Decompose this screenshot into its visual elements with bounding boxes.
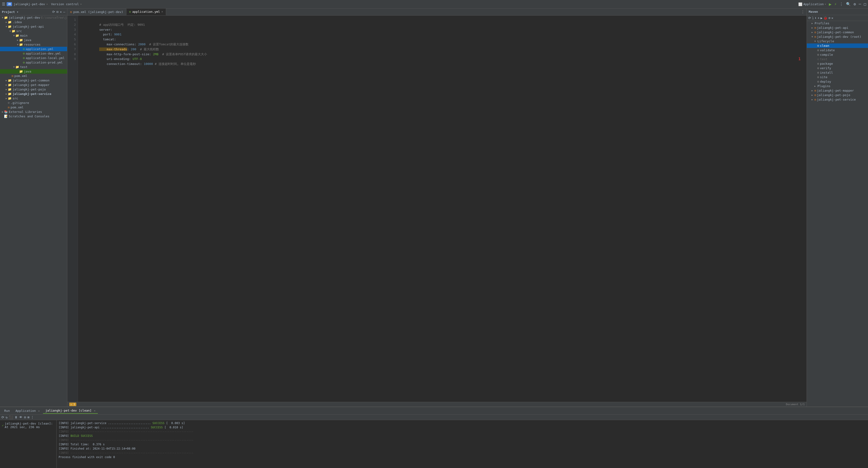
maven-add-icon[interactable]: + xyxy=(817,16,819,20)
maven-deploy[interactable]: ⚙ deploy xyxy=(807,79,868,84)
editor-status: ⚠ 1 Document 1/1 xyxy=(67,402,807,407)
bottom-tab-run[interactable]: Run xyxy=(2,408,12,413)
maven-site[interactable]: ⚙ site xyxy=(807,75,868,79)
tree-item-resources[interactable]: ▼ 📁 resources xyxy=(0,42,67,47)
code-line-5: max-connections: 2000 # 设置Tomcat的最大连接数 xyxy=(81,37,804,42)
tree-label-scratches: Scratches and Consoles xyxy=(9,114,50,118)
code-area[interactable]: # app访问端口号 约定: 9091 server: port: 9001 t… xyxy=(78,15,807,402)
tree-item-src2[interactable]: ▶ 📁 src xyxy=(0,96,67,101)
run-item-build[interactable]: ✓ jaliangkj-pet-dev [clean]: At 2021 sec… xyxy=(0,421,57,430)
more-options-icon[interactable]: ⋮ xyxy=(839,2,843,6)
tree-label-gitignore: .gitignore xyxy=(11,101,29,105)
maven-validate[interactable]: ⚙ validate xyxy=(807,48,868,53)
tree-item-ext-libs[interactable]: ▶ 📚 External Libraries xyxy=(0,109,67,114)
settings-icon[interactable]: ⚙ xyxy=(854,2,856,6)
tree-item-pom-root[interactable]: ▶ m pom.xml xyxy=(0,105,67,109)
tree-label-pom-api: pom.xml xyxy=(14,74,27,78)
sidebar: Project ▾ ⟳ ⊟ ✕ — ▼ 📁 jaliangkj-pet-dev … xyxy=(0,8,67,407)
tree-item-java-main[interactable]: ▶ 📁 java xyxy=(0,38,67,42)
maven-install[interactable]: ⚙ install xyxy=(807,70,868,75)
resume-icon[interactable]: ↻ xyxy=(6,415,7,419)
minimize-icon[interactable]: ─ xyxy=(859,2,861,6)
tree-item-mapper[interactable]: ▶ 📁 jaliangkj-pet-mapper xyxy=(0,82,67,87)
run-config-dropdown-icon[interactable]: ▾ xyxy=(825,3,826,5)
eye-icon[interactable]: 👁 xyxy=(19,415,23,419)
maven-skip-icon[interactable]: ⊘ xyxy=(828,16,830,20)
tree-item-app-local-yml[interactable]: ▶ ⚙ application-local.yml xyxy=(0,56,67,60)
maven-item-mapper[interactable]: ▶ m jaliangkj-pet-mapper xyxy=(807,88,868,93)
run-config[interactable]: ⬜ Application ▾ xyxy=(798,2,826,6)
bottom-tab-app[interactable]: Application ✕ xyxy=(13,408,42,413)
tab-application[interactable]: ⚙ application.yml ✕ xyxy=(126,8,166,15)
more-icon[interactable]: ⋮ xyxy=(31,415,34,419)
tree-item-src[interactable]: ▼ 📁 src xyxy=(0,29,67,33)
version-control-label[interactable]: Version control xyxy=(51,2,79,6)
console-output[interactable]: [INFO] jaliangkj-pet-service ...........… xyxy=(57,420,868,468)
maven-plugins[interactable]: ▶ Plugins xyxy=(807,84,868,88)
fold-icon[interactable]: ⊟ xyxy=(24,415,26,419)
maven-item-common[interactable]: ▶ m jaliangkj-pet-common xyxy=(807,30,868,34)
maven-profiles[interactable]: ▶ Profiles xyxy=(807,21,868,26)
tree-item-root[interactable]: ▼ 📁 jaliangkj-pet-dev E:\sourceTree\jali… xyxy=(0,15,67,20)
project-name[interactable]: jaliangkj-pet-dev xyxy=(13,2,45,6)
play-button[interactable]: ▶ xyxy=(829,2,832,7)
tree-item-api[interactable]: ▼ 📁 jaliangkj-pet-api xyxy=(0,24,67,29)
maven-item-api[interactable]: ▶ m jaliangkj-pet-api xyxy=(807,26,868,30)
maven-test[interactable]: ⚙ test xyxy=(807,57,868,61)
maven-refresh-icon[interactable]: ⟳ xyxy=(808,16,811,20)
maven-mapper-icon: m xyxy=(814,89,816,92)
settings-sidebar-icon[interactable]: — xyxy=(63,10,65,14)
tab-pom[interactable]: m pom.xml (jaliangkj-pet-dev) xyxy=(67,9,126,15)
maven-verify[interactable]: ⚙ verify xyxy=(807,66,868,70)
tree-item-main[interactable]: ▼ 📁 main xyxy=(0,33,67,38)
stop-icon[interactable]: ⬛ xyxy=(9,415,13,419)
maven-service-label: jaliangkj-pet-service xyxy=(817,98,856,101)
maven-run-icon[interactable]: ▶ xyxy=(820,16,823,20)
maven-item-pojo[interactable]: ▶ m jaliangkj-pet-pojo xyxy=(807,93,868,97)
fold2-icon[interactable]: ⊞ xyxy=(27,415,29,419)
version-control-dropdown-icon[interactable]: ▾ xyxy=(80,3,82,5)
tree-item-scratches[interactable]: ▶ 📝 Scratches and Consoles xyxy=(0,114,67,119)
restart-icon[interactable]: ⟳ xyxy=(1,415,4,419)
tree-item-gitignore[interactable]: ▶ ⊘ .gitignore xyxy=(0,101,67,105)
search-icon[interactable]: 🔍 xyxy=(846,2,851,6)
tree-item-idea[interactable]: ▶ 📁 .idea xyxy=(0,20,67,24)
code-line-6: max-threads: 200 # 最大线程数 xyxy=(81,42,804,47)
maven-package[interactable]: ⚙ package xyxy=(807,61,868,66)
sync-icon[interactable]: ⟳ xyxy=(52,10,55,14)
maven-debug-icon[interactable]: 🐞 xyxy=(823,16,827,20)
tree-label-src: src xyxy=(16,29,22,33)
collapse-icon[interactable]: ⊟ xyxy=(57,10,58,14)
maven-download-icon[interactable]: ⬇ xyxy=(815,16,816,20)
tree-item-app-dev-yml[interactable]: ▶ ⚙ application-dev.yml xyxy=(0,51,67,56)
maven-lifecycle[interactable]: ▼ Lifecycle xyxy=(807,39,868,43)
tab-more-icon[interactable]: ⋮ xyxy=(799,10,807,14)
tree-item-app-yml[interactable]: ▶ ⚙ application.yml xyxy=(0,47,67,51)
tree-item-pom-api[interactable]: ▶ m pom.xml xyxy=(0,74,67,78)
maven-compile[interactable]: ⚙ compile xyxy=(807,53,868,57)
bottom-tab-app-close-icon[interactable]: ✕ xyxy=(38,409,40,412)
maven-api-label: jaliangkj-pet-api xyxy=(817,26,848,30)
maven-remove-icon[interactable]: ✕ xyxy=(831,16,833,20)
maximize-icon[interactable]: □ xyxy=(864,2,866,6)
pause-icon[interactable]: ⏸ xyxy=(14,415,18,419)
tree-item-common[interactable]: ▶ 📁 jaliangkj-pet-common xyxy=(0,78,67,82)
maven-clean[interactable]: ⚙ clean xyxy=(807,43,868,48)
build-icon[interactable]: ⚡ xyxy=(834,2,837,6)
close-sidebar-icon[interactable]: ✕ xyxy=(60,10,62,14)
tab-app-close-icon[interactable]: ✕ xyxy=(161,10,163,13)
maven-item-service[interactable]: ▶ m jaliangkj-pet-service xyxy=(807,97,868,102)
tree-item-app-prod-yml[interactable]: ▶ ⚙ application-prod.yml xyxy=(0,60,67,65)
bottom-tab-build-close-icon[interactable]: ✕ xyxy=(94,409,96,412)
menu-icon[interactable]: ☰ xyxy=(2,2,5,6)
tree-item-service[interactable]: ▶ 📁 jaliangkj-pet-service xyxy=(0,92,67,96)
tree-item-test[interactable]: ▼ 📁 test xyxy=(0,65,67,69)
tree-item-pojo[interactable]: ▶ 📁 jaliangkj-pet-pojo xyxy=(0,87,67,92)
tree-root-path: E:\sourceTree\jaliangkj-pet-... xyxy=(41,16,67,20)
bottom-tab-build[interactable]: jaliangkj-pet-dev [clean] ✕ xyxy=(43,408,98,414)
maven-import-icon[interactable]: ⤵ xyxy=(812,16,814,20)
app-run-icon: ⬜ xyxy=(798,2,802,6)
tree-item-java-test[interactable]: ▶ 📁 java xyxy=(0,69,67,74)
project-dropdown-icon[interactable]: ▾ xyxy=(46,3,48,5)
maven-item-dev[interactable]: ▼ m jaliangkj-pet-dev (root) xyxy=(807,34,868,39)
